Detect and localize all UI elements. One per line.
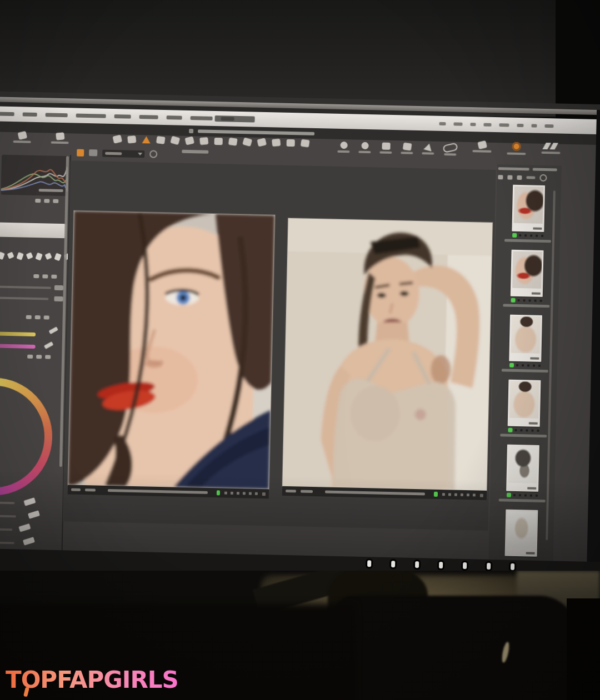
panel-header-icons[interactable] [33, 274, 57, 279]
flag-badge [511, 298, 516, 303]
eraser-tool-icon[interactable] [258, 139, 266, 146]
slider-value [23, 497, 36, 506]
menu-item[interactable] [46, 113, 68, 117]
tint-gradient-slider[interactable] [0, 343, 36, 349]
thumbnail-filename [503, 304, 549, 308]
menubar-status-icon[interactable] [483, 123, 491, 127]
radial-mask-icon[interactable] [287, 139, 295, 147]
sort-icon[interactable] [517, 175, 522, 179]
filter-icon[interactable] [89, 149, 97, 156]
preset-dropdown[interactable] [102, 149, 144, 158]
color-picker-icon[interactable] [301, 139, 309, 147]
menubar-status-icon[interactable] [544, 124, 553, 128]
export-icon [477, 140, 487, 149]
thumbnail-corner-mark [527, 487, 536, 489]
search-icon[interactable] [539, 174, 547, 182]
panel-header-icons[interactable] [27, 355, 51, 359]
menubar-status-icon[interactable] [499, 123, 509, 127]
menu-item[interactable] [167, 115, 182, 120]
rotate-cw-icon[interactable] [358, 142, 371, 154]
overlay-icon[interactable] [379, 142, 392, 154]
flag-badge[interactable] [434, 492, 438, 497]
viewer-image-torso-pose[interactable] [282, 218, 492, 491]
edit-pencil-icon[interactable] [44, 341, 53, 349]
grid-icon[interactable] [401, 143, 413, 154]
toolbar-right-group [472, 141, 560, 155]
color-balance-slider[interactable] [0, 541, 14, 544]
menu-item[interactable] [76, 114, 106, 118]
rating-dots[interactable] [442, 493, 476, 496]
filmstrip-thumbnail[interactable] [501, 184, 556, 243]
menubar-status-icon[interactable] [470, 123, 476, 126]
menu-item[interactable] [191, 116, 213, 120]
histogram-values-label [39, 189, 63, 192]
tool-tab-icons[interactable] [0, 253, 70, 261]
loupe-tool-icon[interactable] [51, 133, 69, 144]
panel-header-icons[interactable] [35, 199, 58, 203]
export-icon[interactable] [472, 141, 491, 154]
color-balance-slider[interactable] [0, 527, 12, 531]
styles-icon[interactable] [541, 143, 560, 156]
rotate-ccw-icon[interactable] [337, 142, 349, 153]
rating-dots[interactable] [513, 494, 538, 497]
filmstrip-thumbnail[interactable] [494, 509, 548, 562]
brush-tool-icon[interactable] [243, 138, 252, 145]
flag-filter-icon[interactable] [507, 175, 512, 179]
color-balance-slider[interactable] [0, 501, 14, 504]
flag-badge [508, 428, 512, 432]
thumbnail-corner-mark [530, 357, 539, 359]
menu-item[interactable] [139, 115, 158, 119]
rating-dots[interactable] [516, 364, 541, 367]
menubar-status-icon[interactable] [531, 124, 537, 127]
panel-header-icons[interactable] [26, 315, 49, 320]
menubar-status-icon[interactable] [517, 124, 523, 127]
pan-tool-icon[interactable] [113, 135, 122, 143]
exposure-slider[interactable] [0, 285, 51, 289]
gradient-mask-icon[interactable] [272, 139, 281, 146]
search-icon[interactable] [149, 150, 157, 158]
rating-dots[interactable] [224, 492, 258, 495]
filmstrip-thumbnail[interactable] [496, 444, 550, 502]
flag-badge [509, 363, 514, 367]
filmstrip-thumbnail[interactable] [497, 379, 551, 437]
menu-item[interactable] [114, 114, 131, 119]
clone-tool-icon[interactable] [214, 138, 223, 145]
color-balance-slider[interactable] [0, 514, 16, 517]
warning-triangle-icon[interactable] [422, 143, 434, 155]
power-led [367, 560, 371, 567]
crop-tool-icon[interactable] [142, 136, 151, 143]
menu-item[interactable] [23, 112, 37, 117]
filmstrip-thumbnail[interactable] [499, 249, 554, 308]
tool-label [541, 152, 560, 154]
edit-pencil-icon[interactable] [49, 326, 58, 334]
white-balance-strip[interactable] [0, 221, 66, 238]
process-icon[interactable] [507, 142, 526, 155]
spot-tool-icon[interactable] [186, 137, 194, 144]
menubar-status-icon[interactable] [453, 122, 462, 125]
menubar-status-icon[interactable] [439, 122, 446, 125]
straighten-tool-icon[interactable] [171, 137, 179, 144]
rating-dots[interactable] [518, 299, 542, 302]
zoom-tool-icon[interactable] [128, 136, 136, 143]
proof-oval-icon[interactable] [443, 144, 457, 156]
slider-value [54, 296, 63, 301]
color-tag-swatch[interactable] [77, 149, 84, 156]
spot-tool-icon [184, 137, 194, 145]
heal-tool-icon[interactable] [200, 137, 208, 144]
thumb-size-icon[interactable] [498, 175, 503, 179]
mask-tool-icon[interactable] [229, 138, 237, 145]
rotate-tool-icon[interactable] [157, 137, 165, 144]
rating-dots[interactable] [519, 234, 543, 237]
color-wheel[interactable] [0, 376, 53, 497]
viewer-image-portrait-closeup[interactable] [68, 211, 275, 490]
window-title-text [198, 129, 314, 135]
status-text [301, 490, 313, 493]
flag-badge[interactable] [217, 490, 220, 495]
thumbnail-frame [505, 510, 538, 557]
filmstrip-thumbnail[interactable] [498, 314, 553, 372]
menu-item[interactable] [0, 112, 14, 116]
contrast-slider[interactable] [0, 296, 48, 300]
rating-dots[interactable] [514, 429, 539, 432]
cursor-tool-icon[interactable] [13, 132, 31, 143]
saturation-gradient-slider[interactable] [0, 331, 36, 336]
